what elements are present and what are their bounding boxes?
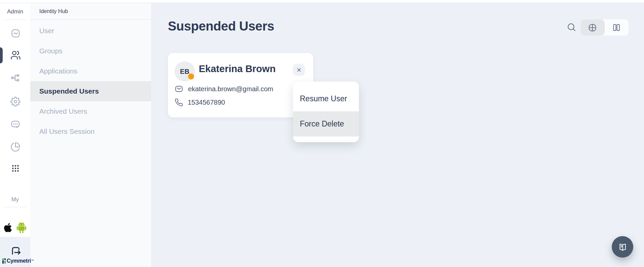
rail-divider [4, 207, 26, 207]
gear-icon[interactable] [10, 96, 21, 107]
user-actions-menu: Resume User Force Delete [293, 82, 359, 142]
search-icon[interactable] [565, 21, 578, 34]
brand-name: Cymmetri [7, 258, 31, 264]
chat-check-icon[interactable] [10, 119, 21, 130]
book-icon [617, 242, 628, 252]
close-icon[interactable] [293, 64, 305, 76]
docs-fab-button[interactable] [612, 236, 633, 258]
sidebar-title: Identity Hub [30, 3, 151, 20]
cymmetri-logo: Cymmetri ™ [0, 255, 31, 267]
active-nav-indicator [0, 47, 3, 63]
sidebar-item-applications[interactable]: Applications [30, 61, 151, 81]
sidebar-item-groups[interactable]: Groups [30, 41, 151, 61]
avatar-initials: EB [180, 68, 189, 75]
apple-icon[interactable] [4, 222, 12, 234]
sidebar-item-all-users-session[interactable]: All Users Session [30, 121, 151, 142]
user-email: ekaterina.brown@gmail.com [188, 85, 273, 93]
columns-view-icon[interactable] [605, 19, 629, 36]
user-phone-row: 1534567890 [175, 98, 225, 107]
user-card: EB Ekaterina Brown ekaterina.brown@gmail… [168, 53, 313, 117]
mail-icon [175, 85, 183, 93]
phone-icon [175, 98, 183, 107]
activity-icon[interactable] [10, 28, 21, 39]
rail-section-my-label: My [0, 196, 30, 203]
user-name: Ekaterina Brown [199, 63, 276, 74]
sidebar-item-suspended-users[interactable]: Suspended Users [30, 81, 151, 101]
user-phone: 1534567890 [188, 99, 225, 106]
users-icon[interactable] [10, 49, 21, 61]
module-sidebar: Identity Hub User Groups Applications Su… [30, 3, 151, 267]
avatar: EB [175, 61, 195, 82]
apps-grid-icon[interactable] [10, 163, 21, 174]
top-strip [0, 0, 644, 3]
sidebar-item-archived-users[interactable]: Archived Users [30, 101, 151, 121]
menu-item-resume-user[interactable]: Resume User [293, 86, 359, 111]
sidebar-item-user[interactable]: User [30, 21, 151, 41]
menu-item-force-delete[interactable]: Force Delete [293, 111, 359, 137]
flow-icon[interactable] [10, 72, 21, 84]
page-title: Suspended Users [168, 19, 274, 34]
pie-chart-icon[interactable] [10, 141, 21, 153]
app-screen: Admin [0, 0, 644, 267]
rail-section-admin-label: Admin [0, 8, 30, 15]
view-toggle [581, 19, 629, 36]
brand-trademark: ™ [31, 259, 34, 262]
user-email-row: ekaterina.brown@gmail.com [175, 85, 273, 93]
grid-view-icon[interactable] [581, 19, 605, 36]
brand-mark-icon [2, 258, 6, 264]
primary-nav-rail: Admin [0, 3, 30, 237]
sidebar-nav: User Groups Applications Suspended Users… [30, 21, 151, 142]
suspended-status-dot [188, 73, 194, 79]
android-icon[interactable] [16, 222, 27, 234]
rail-divider [4, 19, 26, 20]
